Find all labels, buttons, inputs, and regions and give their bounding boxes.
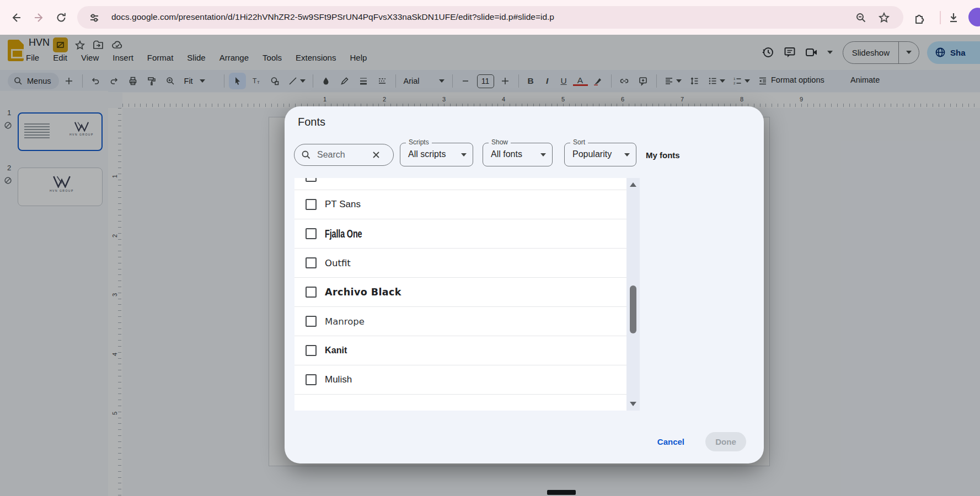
- search-icon: [301, 150, 311, 160]
- font-list: PT Sans Fjalla One Outfit Archivo Black …: [294, 178, 626, 411]
- browser-reload-button[interactable]: [53, 9, 69, 26]
- browser-forward-button[interactable]: [31, 9, 47, 26]
- filter-value: All scripts: [400, 149, 462, 159]
- zoom-out-page-icon[interactable]: [855, 12, 867, 24]
- url-text[interactable]: docs.google.com/presentation/d/1Hi22hVNh…: [111, 12, 554, 22]
- dialog-title: Fonts: [298, 116, 325, 128]
- filter-label: Sort: [570, 139, 588, 146]
- filter-label: Scripts: [406, 139, 432, 146]
- filter-sort-dropdown[interactable]: Sort Popularity: [564, 143, 636, 166]
- font-checkbox[interactable]: [306, 178, 317, 182]
- bookmark-star-icon[interactable]: [878, 12, 890, 24]
- filter-value: Popularity: [565, 149, 628, 159]
- font-name-label: Outfit: [325, 258, 351, 268]
- my-fonts-link[interactable]: My fonts: [646, 150, 680, 160]
- font-search-box[interactable]: [294, 144, 394, 166]
- font-row-fjalla[interactable]: Fjalla One: [294, 219, 626, 249]
- filter-show-dropdown[interactable]: Show All fonts: [483, 143, 553, 166]
- chevron-down-icon: [461, 153, 467, 157]
- downloads-icon[interactable]: [945, 9, 962, 26]
- font-name-label: PT Sans: [325, 199, 361, 210]
- font-search-input[interactable]: [316, 149, 367, 160]
- scroll-down-arrow-icon[interactable]: [630, 402, 636, 406]
- font-name-label: Kanit: [325, 345, 347, 356]
- chrome-toolbar-divider: [940, 11, 941, 24]
- font-row-partial-bottom: [294, 395, 626, 411]
- font-row-manrope[interactable]: Manrope: [294, 307, 626, 336]
- font-name-label: Archivo Black: [325, 287, 401, 298]
- font-row-outfit[interactable]: Outfit: [294, 249, 626, 278]
- extensions-icon[interactable]: [911, 10, 928, 26]
- scroll-up-arrow-icon[interactable]: [630, 182, 636, 187]
- chevron-down-icon: [624, 153, 630, 157]
- browser-profile-avatar[interactable]: [968, 8, 980, 26]
- font-checkbox[interactable]: [306, 257, 317, 268]
- font-row-ptsans[interactable]: PT Sans: [294, 190, 626, 219]
- browser-toolbar: docs.google.com/presentation/d/1Hi22hVNh…: [0, 0, 980, 35]
- font-row-kanit[interactable]: Kanit: [294, 336, 626, 365]
- font-list-scrollbar[interactable]: [626, 178, 640, 411]
- done-button[interactable]: Done: [705, 432, 746, 451]
- filter-value: All fonts: [483, 149, 539, 159]
- font-checkbox[interactable]: [306, 287, 317, 298]
- font-row-archivo[interactable]: Archivo Black: [294, 278, 626, 307]
- font-checkbox[interactable]: [306, 199, 317, 210]
- fonts-dialog: Fonts Scripts All scripts Show All fonts…: [285, 106, 764, 463]
- font-name-label: Mulish: [325, 374, 352, 385]
- chevron-down-icon: [540, 153, 546, 157]
- filter-label: Show: [489, 139, 511, 146]
- font-row-partial: [294, 178, 626, 190]
- font-checkbox[interactable]: [306, 228, 317, 239]
- site-info-icon[interactable]: [88, 12, 100, 24]
- font-name-label: Manrope: [325, 316, 365, 327]
- filter-scripts-dropdown[interactable]: Scripts All scripts: [400, 143, 473, 166]
- scrollbar-thumb[interactable]: [630, 285, 636, 333]
- font-name-label: Fjalla One: [325, 228, 362, 240]
- clear-search-icon[interactable]: [372, 150, 381, 159]
- font-checkbox[interactable]: [306, 345, 317, 356]
- address-bar[interactable]: docs.google.com/presentation/d/1Hi22hVNh…: [77, 6, 903, 29]
- browser-back-button[interactable]: [8, 9, 24, 26]
- font-checkbox[interactable]: [306, 374, 317, 385]
- font-checkbox[interactable]: [306, 316, 317, 327]
- font-row-mulish[interactable]: Mulish: [294, 365, 626, 395]
- cancel-button[interactable]: Cancel: [654, 436, 688, 447]
